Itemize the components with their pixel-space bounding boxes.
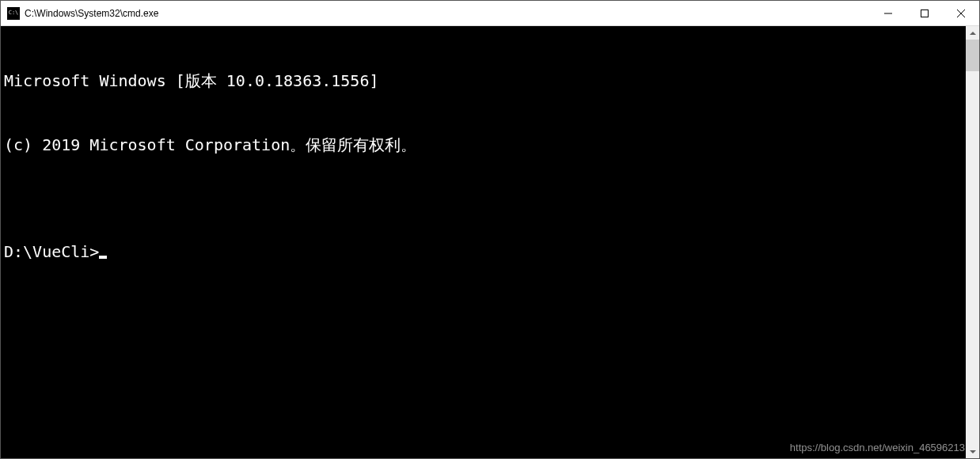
scroll-up-button[interactable] (966, 26, 979, 40)
cmd-icon-text: C:\ (9, 10, 19, 16)
cmd-window: C:\ C:\Windows\System32\cmd.exe Microsof… (0, 0, 980, 459)
svg-marker-5 (970, 450, 976, 453)
window-title: C:\Windows\System32\cmd.exe (25, 8, 870, 19)
close-icon (957, 9, 965, 17)
minimize-icon (884, 9, 892, 17)
prompt-line: D:\VueCli> (4, 241, 963, 263)
terminal-line-copyright: (c) 2019 Microsoft Corporation。保留所有权利。 (4, 135, 963, 156)
vertical-scrollbar[interactable] (966, 26, 979, 458)
terminal-output[interactable]: Microsoft Windows [版本 10.0.18363.1556] (… (1, 26, 966, 458)
cursor (99, 256, 107, 259)
chevron-down-icon (970, 450, 976, 453)
svg-rect-1 (921, 9, 929, 17)
titlebar[interactable]: C:\ C:\Windows\System32\cmd.exe (1, 1, 979, 26)
maximize-icon (921, 9, 929, 17)
scroll-thumb[interactable] (966, 40, 979, 71)
cmd-icon: C:\ (7, 7, 20, 20)
minimize-button[interactable] (870, 1, 906, 25)
window-controls (870, 1, 979, 25)
chevron-up-icon (970, 32, 976, 35)
terminal-line-version: Microsoft Windows [版本 10.0.18363.1556] (4, 70, 963, 92)
content-area: Microsoft Windows [版本 10.0.18363.1556] (… (1, 26, 979, 458)
close-button[interactable] (943, 1, 979, 25)
scroll-down-button[interactable] (966, 445, 979, 458)
prompt-text: D:\VueCli> (4, 241, 99, 263)
maximize-button[interactable] (906, 1, 943, 25)
svg-marker-4 (970, 32, 976, 35)
